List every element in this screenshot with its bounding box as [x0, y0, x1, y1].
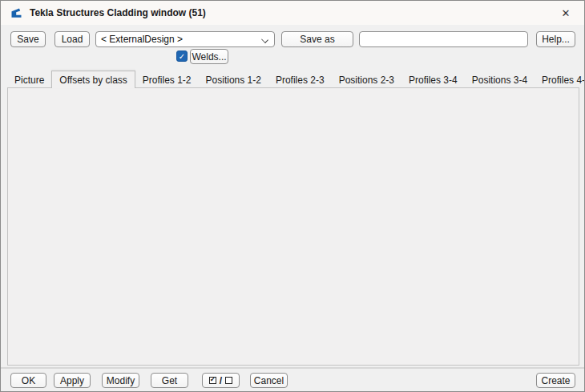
save-button[interactable]: Save	[10, 31, 46, 47]
tab-profiles-1-2[interactable]: Profiles 1-2	[135, 72, 199, 88]
cancel-button[interactable]: Cancel	[250, 373, 288, 388]
tekla-app-icon	[10, 6, 23, 19]
tab-profiles-4-1[interactable]: Profiles 4-1	[535, 72, 585, 88]
load-button[interactable]: Load	[54, 31, 90, 47]
close-icon[interactable]: ✕	[547, 1, 584, 25]
footer-separator	[1, 367, 584, 369]
tab-picture[interactable]: Picture	[7, 72, 51, 88]
welds-button[interactable]: Welds...	[190, 49, 228, 64]
tab-profiles-3-4[interactable]: Profiles 3-4	[401, 72, 465, 88]
tab-positions-1-2[interactable]: Positions 1-2	[199, 72, 268, 88]
create-button[interactable]: Create	[536, 373, 575, 388]
tab-bar: PictureOffsets by classProfiles 1-2Posit…	[7, 71, 585, 88]
chevron-down-icon	[261, 36, 268, 43]
tab-offsets-by-class[interactable]: Offsets by class	[51, 71, 135, 88]
apply-button[interactable]: Apply	[54, 373, 91, 388]
checked-checkbox-icon	[209, 377, 216, 384]
save-as-button[interactable]: Save as	[281, 31, 353, 47]
welds-checkbox[interactable]: ✓	[176, 51, 188, 62]
profile-dropdown-value: < ExternalDesign >	[101, 34, 183, 45]
help-button[interactable]: Help...	[536, 31, 575, 47]
get-button[interactable]: Get	[151, 373, 188, 388]
dialog-window: Tekla Structures Cladding window (51) ✕ …	[0, 0, 585, 392]
tab-panel	[7, 87, 579, 366]
title-bar: Tekla Structures Cladding window (51) ✕	[1, 1, 584, 25]
toggle-separator: /	[220, 375, 222, 386]
tab-profiles-2-3[interactable]: Profiles 2-3	[268, 72, 332, 88]
profile-dropdown[interactable]: < ExternalDesign >	[95, 31, 275, 47]
toggle-all-checkboxes-button[interactable]: /	[202, 373, 240, 388]
modify-button[interactable]: Modify	[102, 373, 139, 388]
ok-button[interactable]: OK	[10, 373, 46, 388]
unchecked-checkbox-icon	[225, 377, 232, 384]
tab-positions-2-3[interactable]: Positions 2-3	[332, 72, 401, 88]
tab-positions-3-4[interactable]: Positions 3-4	[465, 72, 535, 88]
save-as-name-input[interactable]	[359, 31, 528, 47]
window-title: Tekla Structures Cladding window (51)	[30, 7, 206, 18]
